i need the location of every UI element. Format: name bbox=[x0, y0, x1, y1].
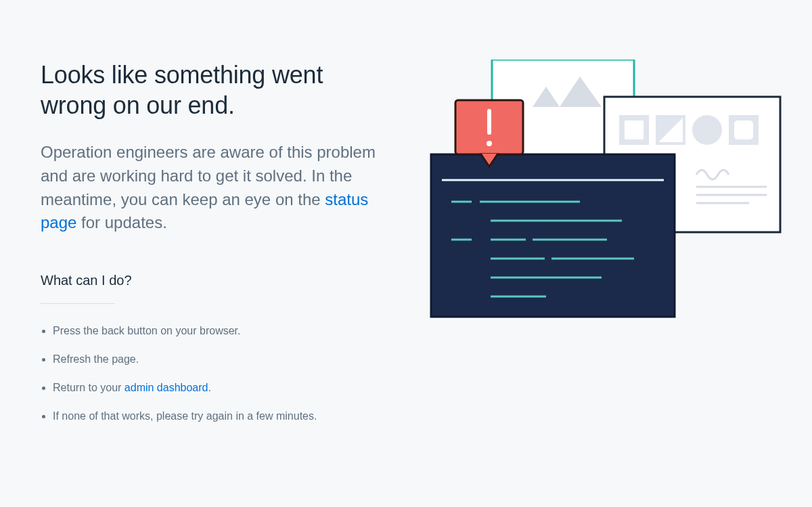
help-tip-item: Return to your admin dashboard. bbox=[53, 380, 364, 396]
help-tip-item: Refresh the page. bbox=[53, 351, 364, 368]
error-illustration bbox=[404, 60, 771, 437]
help-subheading: What can I do? bbox=[41, 273, 377, 288]
svg-rect-10 bbox=[734, 120, 753, 139]
tip-text-after: . bbox=[208, 382, 210, 393]
help-tip-list: Press the back button on your browser. R… bbox=[41, 323, 377, 424]
svg-rect-5 bbox=[625, 120, 644, 139]
tip-text-before: Return to your bbox=[53, 382, 125, 393]
help-tip-item: Press the back button on your browser. bbox=[53, 323, 364, 339]
divider bbox=[41, 303, 115, 304]
admin-dashboard-link[interactable]: admin dashboard bbox=[125, 382, 208, 393]
error-description: Operation engineers are aware of this pr… bbox=[41, 141, 377, 235]
svg-point-30 bbox=[487, 141, 492, 146]
help-tip-item: If none of that works, please try again … bbox=[53, 408, 364, 424]
error-text-column: Looks like something went wrong on our e… bbox=[41, 60, 377, 437]
svg-rect-14 bbox=[431, 154, 675, 317]
page-title: Looks like something went wrong on our e… bbox=[41, 60, 377, 120]
lede-text-after: for updates. bbox=[81, 213, 167, 232]
svg-point-8 bbox=[692, 115, 722, 145]
